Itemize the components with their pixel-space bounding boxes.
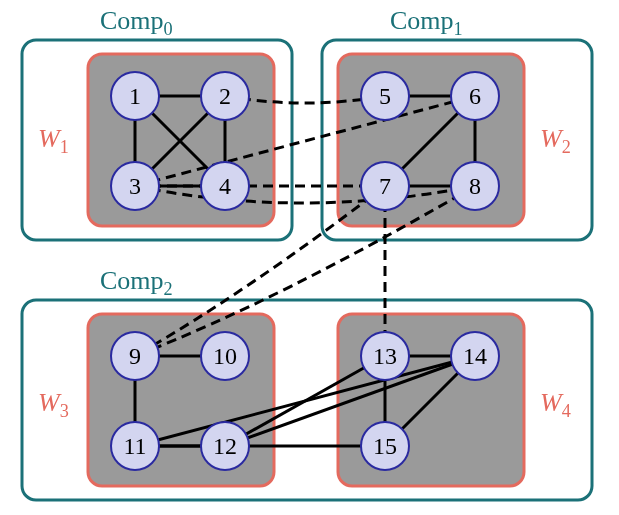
w4-label: W4 <box>540 388 571 422</box>
w1-label: W1 <box>38 124 69 158</box>
node-6-label: 6 <box>469 83 481 109</box>
comp0-label: Comp0 <box>100 6 173 40</box>
diagram-canvas: 1 2 3 4 5 6 7 8 9 10 11 12 13 14 15 Comp… <box>0 0 619 515</box>
w3-label: W3 <box>38 388 69 422</box>
graph-svg: 1 2 3 4 5 6 7 8 9 10 11 12 13 14 15 <box>0 0 619 515</box>
node-3-label: 3 <box>129 173 141 199</box>
comp1-label: Comp1 <box>390 6 463 40</box>
node-10-label: 10 <box>213 343 237 369</box>
node-8-label: 8 <box>469 173 481 199</box>
node-7-label: 7 <box>379 173 391 199</box>
node-9-label: 9 <box>129 343 141 369</box>
comp2-label: Comp2 <box>100 266 173 300</box>
node-5-label: 5 <box>379 83 391 109</box>
node-2-label: 2 <box>219 83 231 109</box>
node-4-label: 4 <box>219 173 231 199</box>
node-13-label: 13 <box>373 343 397 369</box>
node-14-label: 14 <box>463 343 487 369</box>
node-15-label: 15 <box>373 433 397 459</box>
w2-label: W2 <box>540 124 571 158</box>
node-1-label: 1 <box>129 83 141 109</box>
node-11-label: 11 <box>123 433 146 459</box>
node-12-label: 12 <box>213 433 237 459</box>
